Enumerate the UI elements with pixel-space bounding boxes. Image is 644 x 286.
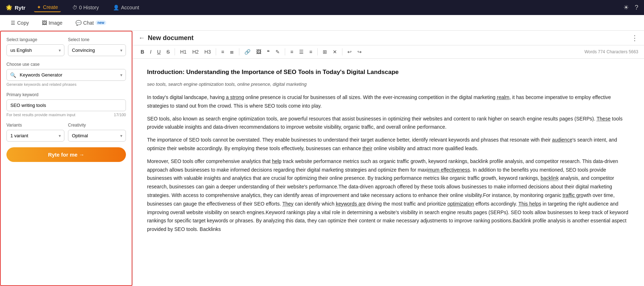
- clear-format-button[interactable]: ✕: [331, 48, 339, 56]
- tone-select-wrapper: Convincing Formal Casual Funny ▾: [68, 44, 126, 56]
- creativity-select[interactable]: Optimal High Max: [68, 130, 126, 142]
- creativity-select-wrapper: Optimal High Max ▾: [68, 130, 126, 142]
- realm-phrase: realm: [497, 94, 509, 100]
- h1-button[interactable]: H1: [178, 48, 189, 56]
- logo: 🌟 Rytr: [6, 4, 25, 11]
- help-button[interactable]: ?: [635, 4, 638, 11]
- subnav-chat[interactable]: 💬 Chat new: [70, 18, 111, 28]
- h2-button[interactable]: H2: [190, 48, 201, 56]
- variants-select-wrapper: 1 variant 2 variants 3 variants ▾: [6, 130, 64, 142]
- subnav-copy[interactable]: ☰ Copy: [6, 18, 34, 28]
- creativity-field: Creativity Optimal High Max ▾: [68, 123, 126, 142]
- backlink-phrase: backlink: [541, 175, 559, 181]
- history-icon: ⏱: [72, 5, 77, 10]
- chat-icon: 💬: [75, 20, 82, 26]
- they-phrase: They: [282, 201, 293, 207]
- content-para-2: SEO tools, also known as search engine o…: [147, 115, 630, 132]
- editor-content[interactable]: Introduction: Understanding the Importan…: [133, 59, 644, 286]
- image-button[interactable]: 🖼: [254, 48, 263, 56]
- sidebar: Select language us English uk English Fr…: [0, 31, 132, 286]
- tone-field: Select tone Convincing Formal Casual Fun…: [68, 37, 126, 56]
- strong-phrase: a strong: [226, 94, 244, 100]
- language-label: Select language: [6, 37, 64, 42]
- redo-button[interactable]: ↪: [355, 48, 364, 56]
- nav-create[interactable]: ✦ Create: [34, 3, 61, 12]
- top-nav: 🌟 Rytr ✦ Create ⏱ 0 History 👤 Account ☀ …: [0, 0, 644, 15]
- nav-account-label: Account: [121, 5, 139, 10]
- this-helps-phrase: This helps: [518, 201, 541, 207]
- keywords-phrase: keywords are: [336, 201, 366, 207]
- nav-history-label: 0 History: [79, 5, 99, 10]
- toolbar-divider-6: [342, 48, 342, 55]
- toolbar-divider-5: [317, 48, 318, 55]
- document-title: New document: [148, 34, 628, 42]
- quote-button[interactable]: ❝: [265, 48, 272, 56]
- embed-button[interactable]: ⊞: [321, 48, 329, 56]
- variants-field: Variants 1 variant 2 variants 3 variants…: [6, 123, 64, 142]
- variants-select[interactable]: 1 variant 2 variants 3 variants: [6, 130, 64, 142]
- link-button[interactable]: 🔗: [242, 48, 253, 56]
- align-right-button[interactable]: ≡: [307, 48, 314, 56]
- account-icon: 👤: [113, 5, 119, 10]
- align-left-button[interactable]: ≡: [288, 48, 295, 56]
- keyword-label: Primary keyword: [6, 92, 126, 97]
- copy-label: Copy: [17, 20, 29, 26]
- toolbar-divider-2: [216, 48, 216, 55]
- more-options-button[interactable]: ⋮: [631, 34, 638, 42]
- nav-history[interactable]: ⏱ 0 History: [69, 3, 102, 12]
- ryte-for-me-button[interactable]: Ryte for me →: [6, 147, 126, 162]
- word-count: Words 774: [584, 49, 605, 54]
- subnav-image[interactable]: 🖼 Image: [37, 18, 68, 28]
- bullet-list-button[interactable]: ≡: [219, 48, 226, 56]
- undo-button[interactable]: ↩: [345, 48, 354, 56]
- language-select[interactable]: us English uk English French German: [6, 44, 64, 56]
- creativity-label: Creativity: [68, 123, 126, 128]
- these-tools-phrase: These: [597, 116, 611, 122]
- main-content: Select language us English uk English Fr…: [0, 31, 644, 286]
- language-field: Select language us English uk English Fr…: [6, 37, 64, 56]
- underline-button[interactable]: U: [155, 48, 163, 56]
- use-case-field: Choose use case 🔍 Keywords Generator Blo…: [6, 62, 126, 87]
- ordered-list-button[interactable]: ≣: [228, 48, 236, 56]
- copy-icon: ☰: [11, 20, 15, 26]
- keyword-input[interactable]: [6, 99, 126, 111]
- h3-button[interactable]: H3: [202, 48, 213, 56]
- nav-account[interactable]: 👤 Account: [110, 3, 142, 12]
- variants-label: Variants: [6, 123, 64, 128]
- create-icon: ✦: [37, 4, 41, 10]
- tone-select[interactable]: Convincing Formal Casual Funny: [68, 44, 126, 56]
- chat-badge: new: [96, 20, 106, 25]
- content-para-3: The importance of SEO tools cannot be ov…: [147, 136, 630, 153]
- highlight-button[interactable]: ✎: [273, 48, 282, 56]
- italic-button[interactable]: I: [148, 48, 153, 56]
- image-icon: 🖼: [42, 20, 47, 26]
- editor-toolbar: B I U S H1 H2 H3 ≡ ≣ 🔗 🖼 ❝ ✎ ≡ ☰ ≡ ⊞ ✕ ↩…: [133, 45, 644, 59]
- tone-label: Select tone: [68, 37, 126, 42]
- nav-right: ☀ ?: [623, 4, 638, 11]
- back-button[interactable]: ←: [138, 34, 145, 42]
- traffic-phrase: traffic gro: [563, 192, 584, 198]
- keyword-hint-row: For best results provide maximum input 1…: [6, 111, 126, 117]
- chat-label: Chat: [83, 20, 94, 26]
- use-case-hint: Generate keywords and related phrases: [6, 82, 126, 87]
- content-para-4: Moreover, SEO tools offer comprehensive …: [147, 157, 630, 234]
- use-case-select-wrapper: 🔍 Keywords Generator Blog Idea & Outline…: [6, 69, 126, 81]
- optim-phrase: optimization: [447, 201, 474, 207]
- editor-topbar: ← New document ⋮: [133, 31, 644, 45]
- strikethrough-button[interactable]: S: [164, 48, 172, 56]
- logo-icon: 🌟: [6, 4, 13, 11]
- align-center-button[interactable]: ☰: [297, 48, 306, 56]
- use-case-select[interactable]: Keywords Generator Blog Idea & Outline B…: [6, 69, 126, 81]
- content-keywords: seo tools, search engine optimization to…: [147, 80, 630, 88]
- theme-toggle-button[interactable]: ☀: [623, 4, 629, 11]
- keyword-hint: For best results provide maximum input: [6, 113, 75, 117]
- language-select-wrapper: us English uk English French German ▾: [6, 44, 64, 56]
- bold-button[interactable]: B: [138, 48, 146, 56]
- image-label: Image: [49, 20, 63, 26]
- use-case-icon: 🔍: [10, 72, 16, 78]
- toolbar-divider-1: [175, 48, 175, 55]
- nav-create-label: Create: [43, 4, 58, 10]
- keyword-field: Primary keyword For best results provide…: [6, 92, 126, 117]
- use-case-label: Choose use case: [6, 62, 126, 67]
- content-heading: Introduction: Understanding the Importan…: [147, 67, 630, 78]
